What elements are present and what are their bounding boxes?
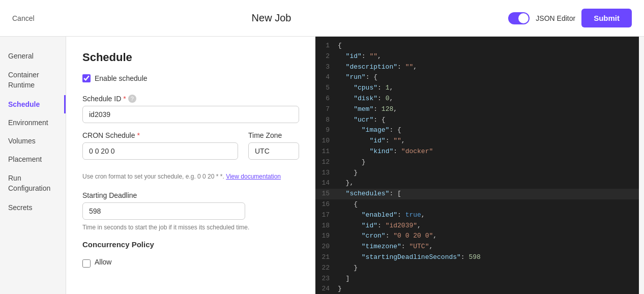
allow-checkbox[interactable] — [82, 259, 91, 268]
cron-hint: Use cron format to set your schedule, e.… — [82, 172, 299, 181]
json-line-1: 1 { — [315, 41, 639, 51]
json-line-7: 7 "mem": 128, — [315, 104, 639, 115]
header: Cancel New Job JSON Editor Submit — [0, 0, 644, 37]
cron-schedule-group: CRON Schedule * — [82, 131, 238, 160]
time-zone-group: Time Zone — [248, 131, 299, 160]
json-line-18: 18 "id": "id2039", — [315, 221, 639, 231]
json-line-2: 2 "id": "", — [315, 51, 639, 62]
json-lines: 1 { 2 "id": "", 3 "description": "", 4 "… — [315, 37, 639, 294]
view-documentation-link[interactable]: View documentation — [226, 173, 281, 180]
json-line-13: 13 } — [315, 168, 639, 179]
json-line-14: 14 }, — [315, 178, 639, 189]
page-title: New Job — [252, 12, 291, 24]
sidebar-item-container-runtime[interactable]: ContainerRuntime — [0, 65, 66, 95]
cancel-button[interactable]: Cancel — [12, 14, 35, 22]
json-line-17: 17 "enabled": true, — [315, 210, 639, 221]
schedule-id-group: Schedule ID * ? — [82, 95, 299, 123]
json-line-6: 6 "disk": 0, — [315, 94, 639, 104]
concurrency-policy-group: Concurrency Policy Allow — [82, 240, 299, 269]
starting-deadline-input[interactable] — [82, 202, 245, 220]
schedule-id-label: Schedule ID * ? — [82, 95, 299, 103]
json-editor-panel[interactable]: 1 { 2 "id": "", 3 "description": "", 4 "… — [315, 37, 639, 294]
json-line-15: 15 "schedules": [ — [315, 189, 639, 199]
allow-row: Allow — [82, 258, 299, 269]
header-right: JSON Editor Submit — [508, 9, 632, 27]
json-line-9: 9 "image": { — [315, 125, 639, 136]
json-line-22: 22 } — [315, 263, 639, 274]
allow-label: Allow — [95, 258, 111, 266]
sidebar-item-general[interactable]: General — [0, 47, 66, 65]
sidebar-item-environment[interactable]: Environment — [0, 113, 66, 132]
concurrency-policy-label: Concurrency Policy — [82, 240, 299, 249]
sidebar-item-placement[interactable]: Placement — [0, 150, 66, 168]
json-line-19: 19 "cron": "0 0 20 0", — [315, 231, 639, 242]
json-line-21: 21 "startingDeadlineSeconds": 598 — [315, 252, 639, 263]
enable-schedule-checkbox[interactable] — [82, 74, 91, 82]
sidebar: General ContainerRuntime Schedule Enviro… — [0, 37, 66, 294]
cron-timezone-row: CRON Schedule * Time Zone — [82, 131, 299, 168]
schedule-content: Schedule Enable schedule Schedule ID * ?… — [66, 37, 315, 294]
json-editor-label: JSON Editor — [536, 14, 575, 22]
starting-deadline-hint: Time in seconds to start the job if it m… — [82, 223, 299, 232]
json-line-23: 23 ] — [315, 274, 639, 284]
json-line-5: 5 "cpus": 1, — [315, 83, 639, 94]
json-line-3: 3 "description": "", — [315, 62, 639, 73]
help-icon[interactable]: ? — [128, 95, 136, 103]
sidebar-item-schedule[interactable]: Schedule — [0, 95, 66, 113]
cron-schedule-input[interactable] — [82, 142, 238, 160]
main-layout: General ContainerRuntime Schedule Enviro… — [0, 37, 644, 294]
sidebar-item-secrets[interactable]: Secrets — [0, 198, 66, 217]
time-zone-label: Time Zone — [248, 131, 299, 139]
starting-deadline-label: Starting Deadline — [82, 191, 299, 199]
starting-deadline-group: Starting Deadline Time in seconds to sta… — [82, 191, 299, 232]
submit-button[interactable]: Submit — [581, 9, 632, 27]
json-line-11: 11 "kind": "docker" — [315, 146, 639, 157]
json-editor-toggle[interactable] — [508, 12, 530, 24]
sidebar-item-run-configuration[interactable]: RunConfiguration — [0, 168, 66, 198]
section-title: Schedule — [82, 51, 299, 64]
json-line-10: 10 "id": "", — [315, 136, 639, 146]
json-line-16: 16 { — [315, 199, 639, 210]
sidebar-item-volumes[interactable]: Volumes — [0, 132, 66, 150]
required-marker: * — [123, 95, 126, 103]
json-line-20: 20 "timezone": "UTC", — [315, 242, 639, 252]
enable-schedule-row: Enable schedule — [82, 74, 299, 82]
json-line-12: 12 } — [315, 157, 639, 168]
time-zone-input[interactable] — [248, 142, 299, 160]
required-marker-cron: * — [137, 131, 140, 139]
schedule-id-input[interactable] — [82, 106, 299, 123]
json-line-4: 4 "run": { — [315, 72, 639, 83]
cron-schedule-label: CRON Schedule * — [82, 131, 238, 139]
enable-schedule-label: Enable schedule — [95, 74, 148, 82]
json-line-24: 24 } — [315, 284, 639, 294]
json-line-8: 8 "ucr": { — [315, 115, 639, 126]
